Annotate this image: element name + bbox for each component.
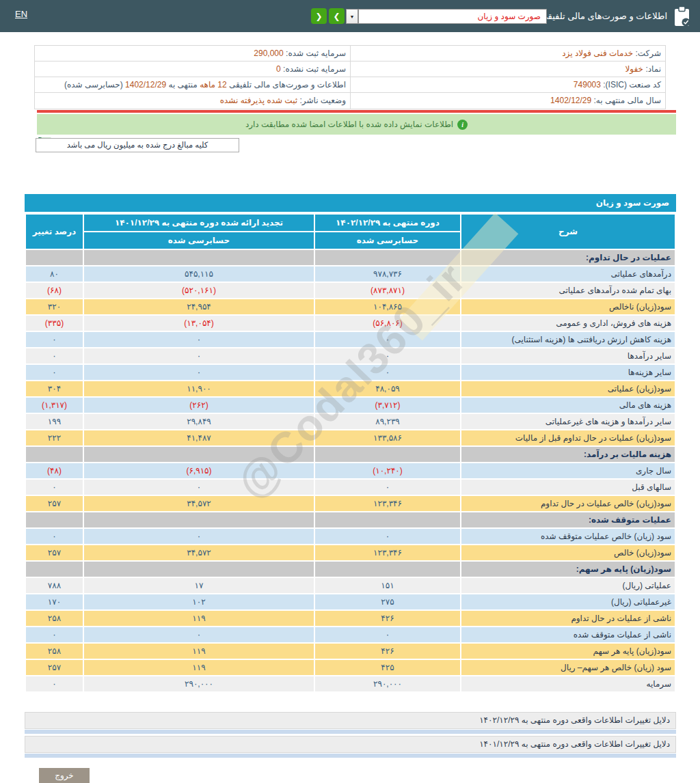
row-value-previous: ۰	[84, 348, 314, 363]
page: EN اطلاعات و صورت‌های مالی تلفیقی صورت س…	[0, 0, 700, 783]
footer-strip	[25, 730, 676, 734]
language-en-link[interactable]: EN	[15, 9, 27, 19]
row-label: سالهای قبل	[461, 480, 675, 495]
row-value-current: ۱۵۱	[315, 578, 460, 593]
clipboard-report-icon	[673, 5, 692, 27]
company-info-row: نماد: خفولا سرمایه ثبت نشده: 0	[35, 61, 665, 77]
column-header-description: شرح	[461, 215, 675, 249]
table-row: هزینه های مالی(۳,۷۱۲)(۲۶۲)(۱,۳۱۷)	[26, 398, 675, 413]
row-value-current: (۸۷۳,۸۷۱)	[315, 283, 460, 298]
row-label: سود (زیان) خالص هر سهم– ریال	[461, 660, 675, 675]
row-value-previous: (۲۶۲)	[84, 398, 314, 413]
section-label: عملیات در حال تداوم:	[461, 250, 675, 265]
row-change-percent: ۲۵۷	[26, 496, 83, 511]
row-label: سرمایه	[461, 676, 675, 691]
row-label: سایر درآمدها و هزینه های غیرعملیاتی	[461, 414, 675, 429]
issuer-status-label: وضعیت ناشر:	[299, 96, 346, 105]
empty-cell	[315, 512, 460, 527]
section-row: هزینه مالیات بر درآمد:	[26, 447, 675, 462]
company-info-row: کد صنعت (ISIC): 749003 اطلاعات و صورت‌ها…	[35, 77, 665, 93]
company-info-row: شرکت: خدمات فنی فولاد یزد سرمایه ثبت شده…	[35, 46, 665, 61]
units-note-box: کلیه مبالغ درج شده به میلیون ریال می باش…	[36, 138, 239, 152]
row-value-current: ۱۰۴,۸۶۵	[315, 299, 460, 314]
row-change-percent: ۰	[26, 529, 83, 544]
row-change-percent: ۳۰۴	[26, 381, 83, 396]
row-label: درآمدهای عملیاتی	[461, 266, 675, 281]
table-row: سود(زیان) ناخالص۱۰۴,۸۶۵۲۴,۹۵۴۳۲۰	[26, 299, 675, 314]
footer-bar-changes-1402[interactable]: دلایل تغییرات اطلاعات واقعی دوره منتهی ب…	[25, 712, 676, 729]
row-change-percent: ۸۰	[26, 266, 83, 281]
section-label: سود(زیان) پایه هر سهم:	[461, 562, 675, 577]
section-label: هزینه مالیات بر درآمد:	[461, 447, 675, 462]
row-label: ناشی از عملیات متوقف شده	[461, 627, 675, 642]
statement-period-text: منتهی به	[168, 80, 197, 90]
row-label: سود(زیان) خالص عملیات در حال تداوم	[461, 496, 675, 511]
table-row: سال جاری(۱۰,۲۴۰)(۶,۹۱۵)(۴۸)	[26, 463, 675, 478]
row-value-previous: ۰	[84, 627, 314, 642]
info-icon: i	[457, 120, 468, 130]
footer-bar-changes-1401[interactable]: دلایل تغییرات اطلاعات واقعی دوره منتهی ب…	[25, 736, 676, 753]
report-type-select[interactable]: صورت سود و زیان	[358, 9, 547, 24]
statement-audited-note: (حسابرسی شده)	[64, 80, 123, 90]
isic-label: کد صنعت (ISIC):	[603, 80, 661, 90]
empty-cell	[84, 512, 314, 527]
row-change-percent: ۰	[26, 627, 83, 642]
row-change-percent: ۰	[26, 332, 83, 347]
row-label: سود(زیان) ناخالص	[461, 299, 675, 314]
row-value-current: ۲۹۰,۰۰۰	[315, 676, 460, 691]
section-row: سود(زیان) پایه هر سهم:	[26, 562, 675, 577]
row-value-previous: (۶,۹۱۵)	[84, 463, 314, 478]
row-value-current: (۵۶,۸۰۶)	[315, 316, 460, 331]
section-label: عملیات متوقف شده:	[461, 512, 675, 527]
statement-period-date: 1402/12/29	[125, 80, 166, 90]
empty-cell	[26, 250, 83, 265]
row-change-percent: ۰	[26, 365, 83, 380]
row-value-previous: ۲۹۰,۰۰۰	[84, 676, 314, 691]
row-value-previous: ۱۱,۹۰۰	[84, 381, 314, 396]
row-label: سایر هزینه‌ها	[461, 365, 675, 380]
table-row: هزینه کاهش ارزش دریافتنی ها (هزینه استثن…	[26, 332, 675, 347]
exit-button[interactable]: خروج	[39, 768, 90, 783]
empty-cell	[315, 447, 460, 462]
row-value-previous: ۱۱۹	[84, 660, 314, 675]
table-row: سود (زیان) خالص هر سهم– ریال۴۲۵۱۱۹۲۵۷	[26, 660, 675, 675]
table-row: ناشی از عملیات در حال تداوم۴۲۶۱۱۹۲۵۸	[26, 611, 675, 626]
table-row: سرمایه۲۹۰,۰۰۰۲۹۰,۰۰۰۰	[26, 676, 675, 691]
page-title: اطلاعات و صورت‌های مالی تلفیقی	[541, 0, 667, 32]
registered-capital-value: 290,000	[254, 49, 283, 58]
previous-report-button[interactable]: ❮	[311, 8, 327, 24]
row-change-percent: (۴۸)	[26, 463, 83, 478]
row-value-current: (۱۰,۲۴۰)	[315, 463, 460, 478]
registered-capital-label: سرمایه ثبت شده:	[286, 49, 346, 58]
row-value-previous: ۲۹,۸۴۹	[84, 414, 314, 429]
row-value-current: ۰	[315, 365, 460, 380]
row-change-percent: (۶۸)	[26, 283, 83, 298]
company-info-row: سال مالی منتهی به: 1402/12/29 وضعیت ناشر…	[35, 93, 665, 109]
row-label: بهای تمام شده درآمدهای عملیاتی	[461, 283, 675, 298]
company-name: خدمات فنی فولاد یزد	[562, 49, 633, 58]
select-dropdown-arrow-icon[interactable]: ▼	[346, 9, 358, 24]
table-row: بهای تمام شده درآمدهای عملیاتی(۸۷۳,۸۷۱)(…	[26, 283, 675, 298]
row-value-previous: (۵۲۰,۱۶۱)	[84, 283, 314, 298]
row-value-current: ۱۳۳,۵۸۶	[315, 430, 460, 445]
row-label: هزینه های مالی	[461, 398, 675, 413]
table-row: درآمدهای عملیاتی۹۷۸,۷۳۶۵۴۵,۱۱۵۸۰	[26, 266, 675, 281]
row-value-current: ۰	[315, 348, 460, 363]
row-change-percent: ۰	[26, 480, 83, 495]
signed-info-alert-text: اطلاعات نمایش داده شده با اطلاعات امضا ش…	[245, 120, 453, 129]
income-statement-table: شرح دوره منتهی به ۱۴۰۲/۱۲/۲۹ تجدید ارائه…	[25, 213, 676, 693]
next-report-button[interactable]: ❯	[329, 8, 345, 24]
signed-info-alert: i اطلاعات نمایش داده شده با اطلاعات امضا…	[37, 114, 676, 135]
row-value-previous: ۱۱۹	[84, 611, 314, 626]
row-value-current: ۰	[315, 529, 460, 544]
top-bar: EN اطلاعات و صورت‌های مالی تلفیقی صورت س…	[0, 0, 700, 32]
row-label: سود(زیان) پایه هر سهم	[461, 644, 675, 659]
row-label: هزینه کاهش ارزش دریافتنی ها (هزینه استثن…	[461, 332, 675, 347]
row-value-current: ۲۷۵	[315, 594, 460, 609]
column-subheader-audited-previous: حسابرسی شده	[84, 232, 314, 249]
income-table-body: عملیات در حال تداوم:درآمدهای عملیاتی۹۷۸,…	[26, 250, 675, 691]
row-label: سود(زیان) عملیات در حال تداوم قبل از مال…	[461, 430, 675, 445]
empty-cell	[315, 562, 460, 577]
fiscal-year-value: 1402/12/29	[550, 96, 591, 105]
row-value-current: ۴۲۶	[315, 644, 460, 659]
